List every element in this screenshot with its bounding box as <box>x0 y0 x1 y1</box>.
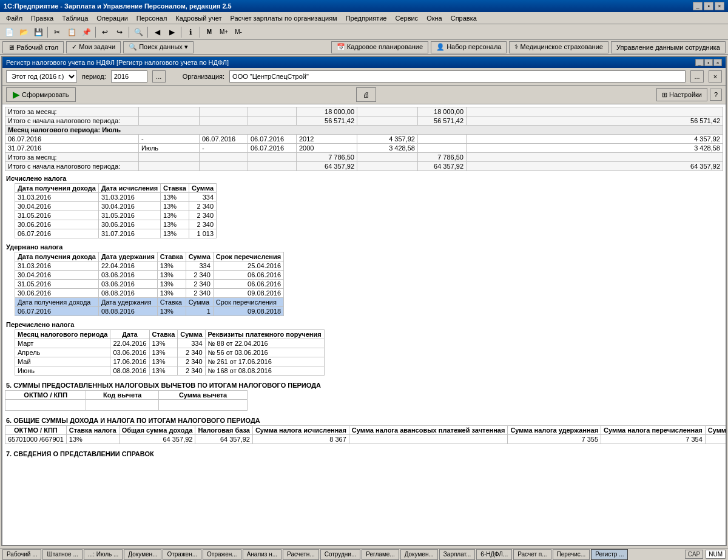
separator5 <box>181 27 181 38</box>
cell-requisites: № 261 от 17.06.2016 <box>205 357 324 366</box>
table-row: 65701000 /667901 13% 64 357,92 64 357,92… <box>5 435 726 444</box>
print-preview-btn[interactable]: 🖨 <box>356 87 376 102</box>
cell-date2: 06.07.2016 <box>200 135 248 144</box>
menu-help[interactable]: Справка <box>447 14 480 22</box>
new-btn[interactable]: 📄 <box>2 25 16 39</box>
doc-title-buttons: _ ▪ × <box>695 59 722 66</box>
period-choose-btn[interactable]: ... <box>152 70 166 83</box>
search-btn[interactable]: 🔍 <box>132 25 145 39</box>
generate-icon: ▶ <box>13 90 19 100</box>
arrow-left-btn[interactable]: ◀ <box>150 25 164 39</box>
cell-rate: 13% <box>157 307 186 316</box>
cell-date2: 03.06.2016 <box>98 280 157 289</box>
menu-payroll[interactable]: Расчет зарплаты по организациям <box>226 14 340 22</box>
doc-close-btn[interactable]: × <box>713 59 722 66</box>
paste-btn[interactable]: 📌 <box>79 25 93 39</box>
menu-service[interactable]: Сервис <box>391 14 422 22</box>
cell-date1: 30.06.2016 <box>15 220 99 229</box>
generate-btn[interactable]: ▶ Сформировать <box>6 87 76 102</box>
cell-sum2: 3 428,58 <box>467 144 723 153</box>
cell-tax-base: 64 357,92 <box>195 435 252 444</box>
org-input[interactable] <box>229 70 686 83</box>
settings-btn[interactable]: ⊞ Настройки <box>656 88 707 101</box>
save-btn[interactable]: 💾 <box>32 25 45 39</box>
cell-sum: 2 340 <box>186 289 213 298</box>
cell-doc: - <box>139 135 200 144</box>
cell-sum: 2 340 <box>189 202 216 211</box>
menu-enterprise[interactable]: Предприятие <box>342 14 391 22</box>
cell-empty <box>357 153 418 162</box>
separator1 <box>47 27 48 38</box>
m-minus-btn[interactable]: M- <box>232 25 245 39</box>
org-choose-btn[interactable]: ... <box>690 70 704 83</box>
restore-btn[interactable]: ▪ <box>704 2 713 10</box>
doc-minimize-btn[interactable]: _ <box>695 59 704 66</box>
cell-date1: 31.03.2016 <box>15 193 99 202</box>
redo-btn[interactable]: ↪ <box>113 25 126 39</box>
col-total-income: Общая сумма дохода <box>119 426 195 435</box>
period-select[interactable]: Этот год (2016 г.) <box>6 70 77 83</box>
undo-btn[interactable]: ↩ <box>98 25 112 39</box>
cell-empty <box>248 162 297 171</box>
employee-data-btn[interactable]: Управление данными сотрудника <box>611 41 726 53</box>
table-row-selected-data[interactable]: 06.07.2016 08.08.2016 13% 1 09.08.2018 <box>15 307 284 316</box>
menu-operations[interactable]: Операции <box>93 14 131 22</box>
cell-sum1: 64 357,92 <box>297 162 357 171</box>
open-btn[interactable]: 📂 <box>17 25 30 39</box>
cell-advance <box>349 435 508 444</box>
menu-table[interactable]: Таблица <box>58 14 92 22</box>
cell-sum2: 18 000,00 <box>418 107 467 116</box>
arrow-right-btn[interactable]: ▶ <box>165 25 178 39</box>
col-withheld: Сумма налога удержанная <box>508 426 601 435</box>
menu-hr[interactable]: Кадровый учет <box>172 14 225 22</box>
cut-btn[interactable]: ✂ <box>50 25 64 39</box>
close-btn[interactable]: × <box>715 2 724 10</box>
hr-planning-btn[interactable]: 📅 Кадровое планирование <box>331 41 428 53</box>
table-row: Итого с начала налогового периода: 56 57… <box>5 116 723 126</box>
menu-file[interactable]: Файл <box>2 14 26 22</box>
minimize-btn[interactable]: _ <box>693 2 703 10</box>
m-btn[interactable]: M <box>203 25 216 39</box>
recruitment-btn[interactable]: 👤 Набор персонала <box>431 41 507 53</box>
cell-rate: 13% <box>149 339 178 348</box>
cell-rate: 13% <box>161 193 189 202</box>
cell-date2: 08.08.2016 <box>98 307 157 316</box>
table-row: 06.07.2016 - 06.07.2016 06.07.2016 2012 … <box>5 135 723 144</box>
table-row-selected[interactable]: Дата получения дохода Дата удержания Ста… <box>15 298 284 307</box>
cell-date2: 22.04.2016 <box>98 261 157 271</box>
menu-windows[interactable]: Окна <box>423 14 446 22</box>
cell-sum3: 64 357,92 <box>467 162 723 171</box>
help-btn[interactable]: ? <box>710 89 722 101</box>
cell-empty <box>248 153 297 162</box>
col-tax-base: Налоговая база <box>195 426 252 435</box>
col-advance: Сумма налога авансовых платежей зачтенна… <box>349 426 508 435</box>
cell-date: 22.04.2016 <box>110 339 149 348</box>
col-oktmo: ОКТМО / КПП <box>5 391 86 400</box>
desktop-btn[interactable]: 🖥 Рабочий стол <box>2 41 64 53</box>
col-deadline: Срок перечисления <box>213 252 283 261</box>
org-clear-btn[interactable]: × <box>709 70 722 83</box>
table-row: 30.06.2016 08.08.2016 13% 2 340 09.08.20… <box>15 289 284 298</box>
cell-sum: 2 340 <box>178 366 205 376</box>
info-btn[interactable]: ℹ <box>184 25 197 39</box>
cell-empty <box>200 162 248 171</box>
col-month: Месяц налогового периода <box>15 330 110 339</box>
table-row: 31.05.2016 03.06.2016 13% 2 340 06.06.20… <box>15 280 284 289</box>
medical-btn[interactable]: ⚕ Медицинское страхование <box>509 41 608 53</box>
content-area[interactable]: Итого за месяц: 18 000,00 18 000,00 Итог… <box>2 104 726 545</box>
m-plus-btn[interactable]: M+ <box>217 25 231 39</box>
cell-empty <box>139 107 200 116</box>
cell-label: Итого за месяц: <box>5 107 139 116</box>
period-label: период: <box>82 73 106 80</box>
table-row: 31.07.2016 Июль - 06.07.2016 2000 3 428,… <box>5 144 723 153</box>
cell-date1: 06.07.2016 <box>5 135 139 144</box>
col-sum: Сумма <box>189 184 216 193</box>
my-tasks-btn[interactable]: ✓ Мои задачи <box>66 41 121 53</box>
doc-restore-btn[interactable]: ▪ <box>704 59 713 66</box>
menu-edit[interactable]: Правка <box>27 14 57 22</box>
search-data-btn[interactable]: 🔍 Поиск данных ▾ <box>123 41 194 53</box>
period-input[interactable] <box>111 70 147 83</box>
copy-btn[interactable]: 📋 <box>65 25 78 39</box>
cell-rate: 13% <box>149 366 178 376</box>
menu-personnel[interactable]: Персонал <box>133 14 171 22</box>
